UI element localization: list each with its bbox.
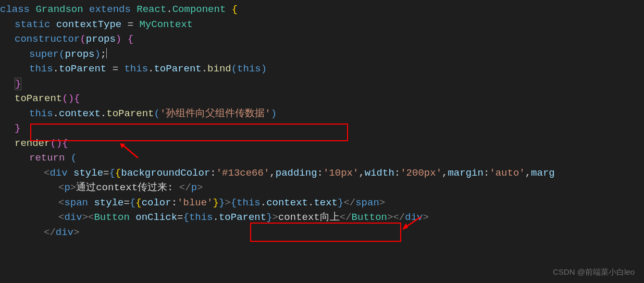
keyword-this: this bbox=[237, 197, 261, 208]
text-cursor bbox=[106, 48, 107, 58]
keyword-this: this bbox=[189, 212, 213, 223]
method-render: render bbox=[15, 138, 50, 149]
keyword-extends: extends bbox=[89, 4, 131, 15]
keyword-this: this bbox=[124, 63, 148, 75]
keyword-static: static bbox=[15, 19, 50, 30]
string-literal: '孙组件向父组件传数据' bbox=[160, 108, 271, 119]
text-content: context向上 bbox=[278, 212, 340, 223]
code-line-8: this.context.toParent('孙组件向父组件传数据') bbox=[0, 106, 644, 121]
component-type: Component bbox=[172, 4, 226, 15]
code-line-5: this.toParent = this.toParent.bind(this) bbox=[0, 61, 644, 77]
param-props: props bbox=[86, 33, 116, 45]
code-line-12: <div style={{backgroundColor:'#13ce66',p… bbox=[0, 166, 644, 181]
css-bgcolor: backgroundColor bbox=[121, 167, 210, 179]
code-line-10: render(){ bbox=[0, 136, 644, 151]
attr-style: style bbox=[94, 197, 123, 208]
prop-toparent: toParent bbox=[219, 212, 266, 223]
code-editor[interactable]: class Grandson extends React.Component {… bbox=[0, 2, 644, 240]
code-line-16: </div> bbox=[0, 225, 644, 240]
keyword-super: super bbox=[29, 48, 59, 60]
text-content: 通过context传过来: bbox=[76, 182, 179, 193]
keyword-constructor: constructor bbox=[15, 33, 80, 45]
keyword-this: this bbox=[237, 63, 261, 75]
tag-div: div bbox=[49, 167, 67, 179]
prop-context: context bbox=[266, 197, 308, 208]
method-toparent: toParent bbox=[15, 93, 62, 104]
tag-div: div bbox=[64, 212, 82, 223]
prop-toparent: toParent bbox=[59, 63, 106, 75]
tag-div: div bbox=[56, 227, 73, 238]
react-type: React bbox=[137, 4, 166, 15]
prop-text: text bbox=[314, 197, 338, 208]
css-padding: padding bbox=[276, 167, 317, 179]
keyword-this: this bbox=[29, 108, 53, 119]
css-margin: margin bbox=[448, 167, 483, 179]
prop-context: context bbox=[59, 108, 101, 119]
mycontext-type: MyContext bbox=[139, 19, 193, 30]
var-contexttype: contextType bbox=[56, 19, 121, 30]
tag-p: p bbox=[64, 182, 70, 193]
method-toparent: toParent bbox=[106, 108, 154, 119]
keyword-return: return bbox=[29, 152, 65, 164]
class-name: Grandson bbox=[35, 4, 83, 15]
code-line-13: <p>通过context传过来: </p> bbox=[0, 180, 644, 195]
code-line-6: } bbox=[0, 77, 644, 92]
code-line-4: super(props); bbox=[0, 47, 644, 62]
keyword-class: class bbox=[0, 4, 30, 15]
keyword-this: this bbox=[29, 63, 53, 75]
tag-span: span bbox=[64, 197, 88, 208]
code-line-7: toParent(){ bbox=[0, 91, 644, 106]
watermark: CSDN @前端菜小白leo bbox=[553, 266, 635, 278]
param-props: props bbox=[65, 48, 94, 60]
code-line-9: } bbox=[0, 121, 644, 136]
code-line-11: return ( bbox=[0, 151, 644, 166]
css-marg: marg bbox=[531, 167, 555, 179]
attr-onclick: onClick bbox=[135, 212, 177, 223]
attr-style: style bbox=[73, 167, 103, 179]
code-line-15: <div><Button onClick={this.toParent}>con… bbox=[0, 210, 644, 225]
method-bind: bind bbox=[207, 63, 231, 75]
code-line-2: static contextType = MyContext bbox=[0, 17, 644, 32]
css-width: width bbox=[365, 167, 394, 179]
prop-toparent: toParent bbox=[154, 63, 201, 75]
code-line-3: constructor(props) { bbox=[0, 32, 644, 47]
code-line-14: <span style={{color:'blue'}}>{this.conte… bbox=[0, 195, 644, 211]
tag-button: Button bbox=[94, 212, 129, 223]
css-color: color bbox=[142, 197, 171, 208]
code-line-1: class Grandson extends React.Component { bbox=[0, 2, 644, 17]
